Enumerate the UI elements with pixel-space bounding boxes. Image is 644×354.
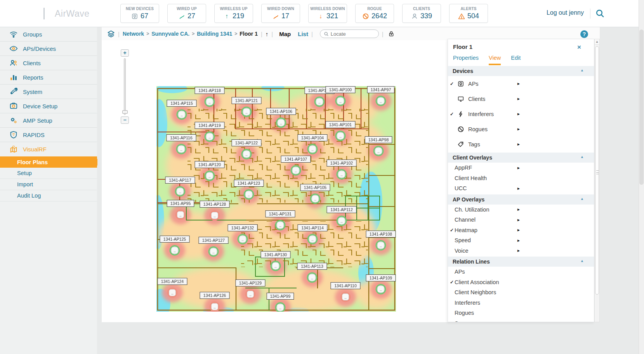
ap-label-1341-ap122[interactable]: 1341-AP122 — [232, 140, 261, 146]
ap-device-1341-ap131[interactable] — [275, 220, 286, 231]
sidebar-item-reports[interactable]: Reports — [0, 70, 97, 85]
panel-row-label[interactable]: Clients — [468, 96, 485, 102]
ap-label-1341-ap114[interactable]: 1341-AP114 — [298, 225, 327, 231]
sidebar-subitem-audit-log[interactable]: Audit Log — [0, 190, 97, 201]
ap-label-1341-ap112[interactable]: 1341-AP112 — [327, 206, 356, 213]
sidebar-item-rapids[interactable]: RAPIDS — [0, 128, 97, 142]
zoom-out-button[interactable]: − — [121, 116, 129, 124]
expand-arrow-icon[interactable]: ► — [517, 207, 521, 212]
ap-label-1341-ap104[interactable]: 1341-AP104 — [298, 135, 327, 141]
ap-device-1341-ap101[interactable] — [335, 131, 346, 141]
ap-label-1341-ap130[interactable]: 1341-AP130 — [261, 252, 290, 258]
ap-device-1341-ap119[interactable] — [205, 132, 215, 142]
ap-label-1341-ap120[interactable]: 1341-AP120 — [195, 161, 224, 168]
stat-card-wireless-up[interactable]: WIRELESS UP↑219 — [214, 4, 253, 23]
ap-device-1341-ap114[interactable] — [307, 234, 318, 245]
collapse-icon[interactable]: ▲ — [580, 259, 584, 263]
panel-row-label[interactable]: Heatmap — [455, 227, 477, 233]
page-scrollbar-thumb[interactable] — [639, 30, 644, 185]
panel-scrollbar-thumb[interactable] — [595, 46, 599, 295]
ap-device-1341-ap121[interactable] — [241, 107, 252, 117]
layers-icon[interactable] — [107, 30, 115, 38]
page-scrollbar[interactable] — [639, 0, 644, 354]
ap-label-1341-ap117[interactable]: 1341-AP117 — [165, 177, 195, 184]
logout-link[interactable]: Log out jenny — [547, 9, 584, 16]
ap-device-1341-ap116[interactable] — [176, 144, 187, 154]
level-up-icon[interactable]: ↑ — [266, 31, 269, 37]
panel-row-label[interactable]: Client Health — [455, 175, 487, 181]
ap-device-1341-ap106[interactable] — [276, 118, 286, 128]
panel-row-label[interactable]: Rogues — [455, 310, 474, 316]
ap-device-1341-ap122[interactable] — [241, 149, 252, 160]
sidebar-item-visualrf[interactable]: VisualRF — [0, 142, 97, 156]
stat-card-alerts[interactable]: ALERTS504 — [449, 4, 488, 23]
ap-label-1341-ap132[interactable]: 1341-AP132 — [228, 225, 257, 231]
panel-row-label[interactable]: Channel — [455, 217, 476, 223]
sidebar-item-aps-devices[interactable]: APs/Devices — [0, 42, 97, 56]
sidebar-subitem-import[interactable]: Import — [0, 179, 97, 190]
ap-label-1341-ap105[interactable]: 1341-AP105 — [300, 184, 330, 191]
sidebar-subitem-floor-plans[interactable]: Floor Plans — [0, 156, 97, 168]
panel-row-label[interactable]: Client Association — [455, 279, 499, 285]
checkmark-icon[interactable]: ✓ — [450, 81, 455, 87]
stat-card-new-devices[interactable]: NEW DEVICES67 — [120, 4, 159, 23]
locate-search-box[interactable] — [320, 30, 379, 38]
ap-device-1341-ap126[interactable] — [210, 302, 220, 312]
ap-device-1341-ap128[interactable] — [210, 210, 220, 221]
ap-label-1341-ap126[interactable]: 1341-AP126 — [200, 292, 229, 299]
zoom-in-button[interactable]: + — [121, 49, 129, 57]
checkmark-icon[interactable]: ✓ — [450, 227, 455, 233]
ap-label-1341-ap123[interactable]: 1341-AP123 — [234, 180, 264, 187]
breadcrumb-building-1341[interactable]: Building 1341 — [197, 31, 232, 37]
expand-arrow-icon[interactable]: ► — [517, 218, 521, 222]
checkmark-icon[interactable]: ✓ — [450, 279, 455, 285]
panel-row-label[interactable]: APs — [468, 81, 479, 87]
ap-label-1341-ap101[interactable]: 1341-AP101 — [326, 121, 355, 128]
ap-device-1341-ap124[interactable] — [167, 288, 178, 298]
ap-device-1341-ap97[interactable] — [376, 96, 386, 106]
ap-device-1341-ap112[interactable] — [337, 216, 347, 226]
tab-view[interactable]: View — [489, 55, 501, 65]
sidebar-item-groups[interactable]: Groups — [0, 27, 97, 42]
collapse-icon[interactable]: ▲ — [580, 197, 584, 201]
lock-icon[interactable] — [388, 31, 395, 37]
ap-label-1341-ap98[interactable]: 1341-AP98 — [365, 137, 392, 143]
expand-arrow-icon[interactable]: ► — [517, 127, 521, 131]
ap-device-1341-ap129[interactable] — [245, 289, 256, 300]
tab-edit[interactable]: Edit — [511, 55, 521, 65]
panel-row-label[interactable]: UCC — [455, 185, 467, 191]
stat-card-rogue[interactable]: ROGUE2642 — [355, 4, 394, 23]
panel-row-label[interactable]: Interferers — [455, 300, 480, 306]
panel-row-label[interactable]: Surveys — [455, 320, 475, 322]
ap-label-1341-ap102[interactable]: 1341-AP102 — [327, 160, 356, 167]
sidebar-subitem-setup[interactable]: Setup — [0, 168, 97, 179]
ap-label-1341-ap95[interactable]: 1341-AP95 — [167, 200, 194, 207]
ap-device-1341-ap113[interactable] — [307, 272, 318, 283]
expand-arrow-icon[interactable]: ► — [517, 248, 521, 253]
sidebar-item-amp-setup[interactable]: AMP Setup — [0, 113, 97, 128]
floor-plan-map[interactable]: 1341-AP1181341-AP1151341-AP1211341-AP103… — [156, 86, 396, 312]
ap-label-1341-ap131[interactable]: 1341-AP131 — [266, 211, 295, 217]
sidebar-item-clients[interactable]: Clients — [0, 56, 97, 70]
sidebar-item-device-setup[interactable]: Device Setup — [0, 99, 97, 113]
breadcrumb-sunnyvale-ca[interactable]: Sunnyvale CA. — [151, 31, 189, 37]
tab-properties[interactable]: Properties — [453, 55, 479, 65]
expand-arrow-icon[interactable]: ► — [517, 142, 521, 146]
close-icon[interactable]: × — [577, 43, 581, 51]
ap-device-1341-ap100[interactable] — [335, 96, 346, 106]
help-button[interactable]: ? — [580, 30, 588, 38]
expand-arrow-icon[interactable]: ► — [517, 112, 521, 116]
ap-label-1341-ap113[interactable]: 1341-AP113 — [297, 263, 327, 270]
ap-label-1341-ap119[interactable]: 1341-AP119 — [195, 122, 224, 129]
expand-arrow-icon[interactable]: ► — [517, 228, 521, 232]
ap-label-1341-ap124[interactable]: 1341-AP124 — [158, 278, 187, 285]
expand-arrow-icon[interactable]: ► — [517, 97, 521, 101]
collapse-icon[interactable]: ▲ — [580, 155, 584, 159]
tab-list[interactable]: List — [298, 31, 308, 37]
ap-label-1341-ap106[interactable]: 1341-AP106 — [266, 108, 296, 115]
ap-device-1341-ap118[interactable] — [205, 97, 215, 107]
ap-device-1341-ap130[interactable] — [271, 261, 281, 271]
panel-row-label[interactable]: Rogues — [468, 126, 488, 132]
ap-label-1341-ap109[interactable]: 1341-AP109 — [366, 275, 396, 281]
locate-input[interactable] — [331, 31, 373, 37]
